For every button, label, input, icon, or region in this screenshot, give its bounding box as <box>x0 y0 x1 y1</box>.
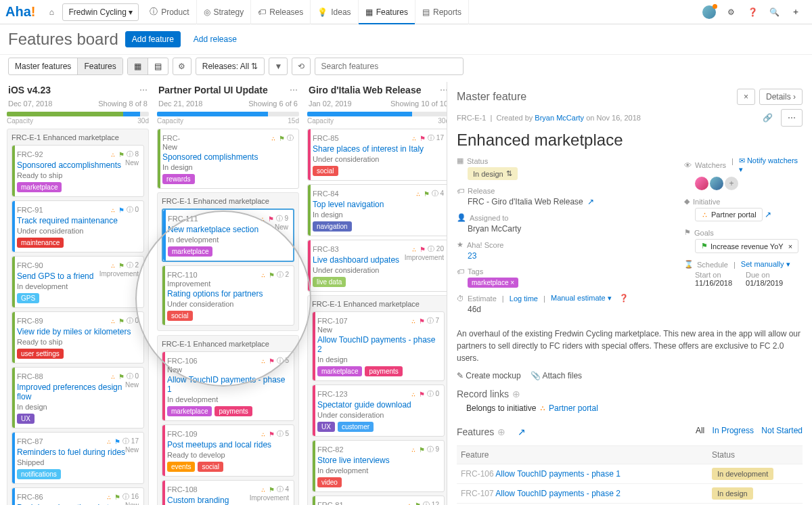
view-grid-icon[interactable]: ▤ <box>148 58 168 74</box>
feature-card[interactable]: FRC-85⛬ ⚑ ⓘ 17Share places of interest i… <box>307 129 447 181</box>
filter-in-progress[interactable]: In Progress <box>713 426 754 435</box>
score-value[interactable]: 23 <box>468 251 476 261</box>
add-release-button[interactable]: Add release <box>187 32 243 47</box>
column-menu-icon[interactable]: ⋯ <box>139 85 148 95</box>
initiative-label: ◆ Initiative <box>684 197 803 206</box>
tag: GPS <box>17 293 39 303</box>
feature-card[interactable]: FRC-81⛬ ⚑ ⓘ 12Live video feedIn designso… <box>312 496 445 505</box>
view-tabs: Master features Features <box>8 58 123 75</box>
feature-card[interactable]: FRC-108⛬ ⚑ ⓘ 4Custom brandingIn developm… <box>162 480 294 505</box>
logo[interactable]: Aha! <box>5 4 35 20</box>
feature-card[interactable]: FRC-88⛬ ⚑ ⓘ 0Improved preferences design… <box>12 367 144 429</box>
card-icons: ⛬ ⚑ ⓘ <box>270 133 294 143</box>
feature-card[interactable]: FRC-110⛬ ⚑ ⓘ 2ImprovementRating options … <box>162 265 294 326</box>
card-status: Under consideration <box>313 266 444 274</box>
goal-pill[interactable]: ⚑ Increase revenue YoY × <box>695 239 798 253</box>
nav-strategy[interactable]: ◎Strategy <box>197 0 252 24</box>
refresh-icon[interactable]: ⟲ <box>292 58 311 75</box>
card-status: Under consideration <box>167 300 289 308</box>
attach-files-link[interactable]: 📎 Attach files <box>531 371 582 380</box>
nav-releases[interactable]: 🏷Releases <box>251 0 311 24</box>
feature-card[interactable]: FRC-109⛬ ⚑ ⓘ 5Post meetups and local rid… <box>162 424 294 477</box>
tab-master[interactable]: Master features <box>9 58 78 74</box>
close-button[interactable]: × <box>737 89 755 105</box>
card-icons: ⛬ ⚑ ⓘ 4 <box>260 485 289 494</box>
details-button[interactable]: Details › <box>759 89 803 105</box>
open-release-icon[interactable]: ↗ <box>587 197 594 206</box>
add-icon[interactable]: ＋ <box>785 0 807 24</box>
feature-card[interactable]: FRC-111⛬ ⚑ ⓘ 9New marketplace sectionIn … <box>162 208 294 262</box>
feature-card[interactable]: FRC-106⛬ ⚑ ⓘ 5NewAllow TouchID payments … <box>162 351 294 421</box>
release-column: Partner Portal UI Update⋯Dec 21, 2018Sho… <box>157 82 299 500</box>
card-icons: ⛬ ⚑ ⓘ 0 <box>410 389 439 399</box>
card-name: Share places of interest in Italy <box>313 144 444 154</box>
feature-card[interactable]: FRC-91⛬ ⚑ ⓘ 0Track required maintenanceU… <box>12 200 144 252</box>
card-name: Rating options for partners <box>167 289 289 299</box>
home-icon[interactable]: ⌂ <box>41 0 62 24</box>
link-icon[interactable]: 🔗 <box>758 109 777 127</box>
feature-row[interactable]: FRC-107 Allow TouchID payments - phase 2… <box>457 484 803 504</box>
feature-card[interactable]: FRC-86⛬ ⚑ ⓘ 16Push based weather alertsI… <box>12 487 144 505</box>
nav-features[interactable]: ▦Features <box>359 0 415 24</box>
gear-icon[interactable]: ⚙ <box>720 0 742 24</box>
card-icons: ⛬ ⚑ ⓘ 5 <box>260 356 289 366</box>
column-title: Partner Portal UI Update <box>158 85 268 95</box>
start-date: 11/16/2018 <box>695 279 732 287</box>
epic-group[interactable]: FRC-E-1 Enhanced marketplaceFRC-92⛬ ⚑ ⓘ … <box>7 129 149 505</box>
open-features-icon[interactable]: ↗ <box>518 426 526 437</box>
feature-row[interactable]: FRC-106 Allow TouchID payments - phase 1… <box>457 464 803 484</box>
tag: social <box>313 166 338 176</box>
filter-icon[interactable]: ▼ <box>269 58 288 75</box>
column-title: iOS v4.23 <box>8 85 51 95</box>
card-id: FRC-91 <box>17 206 43 214</box>
nav-product[interactable]: ⓘProduct <box>143 0 196 24</box>
create-mockup-link[interactable]: ✎ Create mockup <box>457 371 521 380</box>
feature-card[interactable]: FRC-83⛬ ⚑ ⓘ 20Live dashboard udpatesUnde… <box>307 240 447 292</box>
card-icons: ⛬ ⚑ ⓘ 16 <box>106 492 139 502</box>
column-menu-icon[interactable]: ⋯ <box>440 85 447 95</box>
help-icon[interactable]: ❓ <box>742 0 763 24</box>
feature-card[interactable]: FRC-82⛬ ⚑ ⓘ 9Store live interviewsIn dev… <box>312 440 445 492</box>
more-button[interactable]: ⋯ <box>781 109 803 127</box>
release-column: Giro d'Italia Web Release⋯Jan 02, 2019Sh… <box>307 82 447 500</box>
release-label: 🏷 Release <box>457 187 671 195</box>
card-name: Allow TouchID payments - phase 1 <box>167 375 289 394</box>
nav-reports[interactable]: ▤Reports <box>415 0 469 24</box>
filter-all[interactable]: All <box>696 426 704 435</box>
settings-icon[interactable]: ⚙ <box>173 58 191 75</box>
release-filter[interactable]: Releases: All ⇅ <box>196 58 265 74</box>
feature-card[interactable]: FRC-123⛬ ⚑ ⓘ 0Spectator guide downloadUn… <box>312 385 445 437</box>
record-links-header: Record links ⊕ <box>457 389 803 399</box>
epic-group[interactable]: FRC-E-1 Enhanced marketplaceFRC-107⛬ ⚑ ⓘ… <box>307 295 447 505</box>
nav-ideas[interactable]: 💡Ideas <box>311 0 358 24</box>
user-avatar[interactable] <box>698 0 720 24</box>
watchers-label: 👁 Watchers | ✉ Notify watchers ▾ <box>684 156 803 174</box>
feature-filters: All In Progress Not Started <box>696 426 803 435</box>
card-icons: ⛬ ⚑ ⓘ 0 <box>110 316 139 326</box>
column-menu-icon[interactable]: ⋯ <box>290 85 298 95</box>
view-board-icon[interactable]: ▦ <box>128 58 148 74</box>
tab-features[interactable]: Features <box>78 58 122 74</box>
filter-not-started[interactable]: Not Started <box>761 426 803 435</box>
feature-card[interactable]: FRC-90⛬ ⚑ ⓘ 2Send GPS to a friendIn deve… <box>12 256 144 308</box>
search-icon[interactable]: 🔍 <box>763 0 785 24</box>
epic-group[interactable]: FRC-E-1 Enhanced marketplaceFRC-111⛬ ⚑ ⓘ… <box>157 192 299 331</box>
card-icons: ⛬ ⚑ ⓘ 2 <box>260 270 289 280</box>
feature-card[interactable]: FRC-84⛬ ⚑ ⓘ 4Top level navigationIn desi… <box>307 184 447 236</box>
workspace-selector[interactable]: Fredwin Cycling ▾ <box>62 3 139 21</box>
add-feature-button[interactable]: Add feature <box>125 31 181 47</box>
feature-card[interactable]: FRC-⛬ ⚑ ⓘ NewSponsored complishmentsIn d… <box>157 129 299 189</box>
epic-group[interactable]: FRC-E-1 Enhanced marketplaceFRC-106⛬ ⚑ ⓘ… <box>157 335 299 505</box>
tag: marketplace <box>317 366 362 376</box>
tag-pill[interactable]: marketplace × <box>468 278 518 288</box>
feature-card[interactable]: FRC-92⛬ ⚑ ⓘ 8Sponsored accomplishmentsRe… <box>12 145 144 197</box>
feature-card[interactable]: FRC-107⛬ ⚑ ⓘ 7NewAllow TouchID payments … <box>312 311 445 381</box>
initiative-pill[interactable]: ⛬ Partner portal <box>695 208 763 221</box>
card-icons: ⛬ ⚑ ⓘ 9 <box>259 214 288 223</box>
feature-card[interactable]: FRC-87⛬ ⚑ ⓘ 17Reminders to fuel during r… <box>12 432 144 484</box>
open-initiative-icon[interactable]: ↗ <box>765 210 771 219</box>
search-input[interactable] <box>315 58 464 75</box>
card-id: FRC-111 <box>168 215 198 223</box>
status-pill[interactable]: In design ⇅ <box>468 167 518 180</box>
feature-card[interactable]: FRC-89⛬ ⚑ ⓘ 0View ride by miles or kilom… <box>12 311 144 364</box>
